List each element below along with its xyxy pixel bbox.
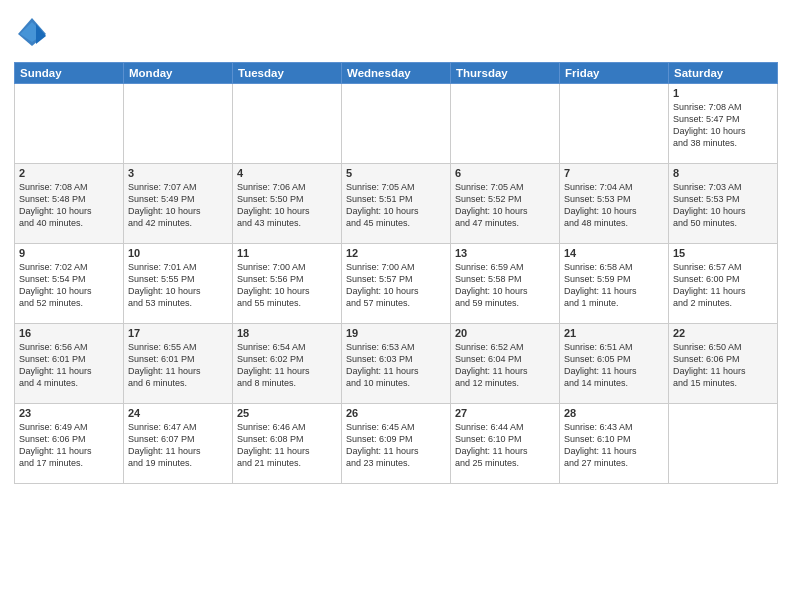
day-cell: 21Sunrise: 6:51 AM Sunset: 6:05 PM Dayli… [560, 324, 669, 404]
day-cell: 7Sunrise: 7:04 AM Sunset: 5:53 PM Daylig… [560, 164, 669, 244]
day-cell: 27Sunrise: 6:44 AM Sunset: 6:10 PM Dayli… [451, 404, 560, 484]
day-info: Sunrise: 7:07 AM Sunset: 5:49 PM Dayligh… [128, 181, 228, 230]
day-number: 16 [19, 327, 119, 339]
day-info: Sunrise: 6:57 AM Sunset: 6:00 PM Dayligh… [673, 261, 773, 310]
week-row-3: 9Sunrise: 7:02 AM Sunset: 5:54 PM Daylig… [15, 244, 778, 324]
day-cell: 9Sunrise: 7:02 AM Sunset: 5:54 PM Daylig… [15, 244, 124, 324]
day-info: Sunrise: 6:46 AM Sunset: 6:08 PM Dayligh… [237, 421, 337, 470]
day-number: 28 [564, 407, 664, 419]
day-info: Sunrise: 7:05 AM Sunset: 5:51 PM Dayligh… [346, 181, 446, 230]
day-cell: 18Sunrise: 6:54 AM Sunset: 6:02 PM Dayli… [233, 324, 342, 404]
day-info: Sunrise: 6:47 AM Sunset: 6:07 PM Dayligh… [128, 421, 228, 470]
day-cell [342, 84, 451, 164]
day-info: Sunrise: 6:51 AM Sunset: 6:05 PM Dayligh… [564, 341, 664, 390]
day-number: 4 [237, 167, 337, 179]
day-number: 6 [455, 167, 555, 179]
col-header-wednesday: Wednesday [342, 63, 451, 84]
day-info: Sunrise: 6:55 AM Sunset: 6:01 PM Dayligh… [128, 341, 228, 390]
calendar: SundayMondayTuesdayWednesdayThursdayFrid… [14, 62, 778, 484]
day-number: 27 [455, 407, 555, 419]
day-number: 12 [346, 247, 446, 259]
day-cell: 20Sunrise: 6:52 AM Sunset: 6:04 PM Dayli… [451, 324, 560, 404]
col-header-saturday: Saturday [669, 63, 778, 84]
day-info: Sunrise: 6:58 AM Sunset: 5:59 PM Dayligh… [564, 261, 664, 310]
day-cell: 17Sunrise: 6:55 AM Sunset: 6:01 PM Dayli… [124, 324, 233, 404]
day-cell: 23Sunrise: 6:49 AM Sunset: 6:06 PM Dayli… [15, 404, 124, 484]
day-number: 7 [564, 167, 664, 179]
day-number: 17 [128, 327, 228, 339]
day-info: Sunrise: 7:05 AM Sunset: 5:52 PM Dayligh… [455, 181, 555, 230]
day-info: Sunrise: 6:54 AM Sunset: 6:02 PM Dayligh… [237, 341, 337, 390]
day-info: Sunrise: 6:44 AM Sunset: 6:10 PM Dayligh… [455, 421, 555, 470]
day-cell [15, 84, 124, 164]
day-number: 15 [673, 247, 773, 259]
day-number: 10 [128, 247, 228, 259]
day-info: Sunrise: 7:08 AM Sunset: 5:47 PM Dayligh… [673, 101, 773, 150]
day-cell: 15Sunrise: 6:57 AM Sunset: 6:00 PM Dayli… [669, 244, 778, 324]
day-cell [124, 84, 233, 164]
day-number: 9 [19, 247, 119, 259]
day-cell [451, 84, 560, 164]
day-number: 23 [19, 407, 119, 419]
day-cell: 1Sunrise: 7:08 AM Sunset: 5:47 PM Daylig… [669, 84, 778, 164]
day-cell: 19Sunrise: 6:53 AM Sunset: 6:03 PM Dayli… [342, 324, 451, 404]
day-number: 2 [19, 167, 119, 179]
day-cell: 16Sunrise: 6:56 AM Sunset: 6:01 PM Dayli… [15, 324, 124, 404]
day-info: Sunrise: 6:53 AM Sunset: 6:03 PM Dayligh… [346, 341, 446, 390]
day-info: Sunrise: 7:00 AM Sunset: 5:57 PM Dayligh… [346, 261, 446, 310]
day-number: 25 [237, 407, 337, 419]
day-cell: 4Sunrise: 7:06 AM Sunset: 5:50 PM Daylig… [233, 164, 342, 244]
day-info: Sunrise: 7:08 AM Sunset: 5:48 PM Dayligh… [19, 181, 119, 230]
day-cell: 28Sunrise: 6:43 AM Sunset: 6:10 PM Dayli… [560, 404, 669, 484]
day-cell: 13Sunrise: 6:59 AM Sunset: 5:58 PM Dayli… [451, 244, 560, 324]
day-cell [669, 404, 778, 484]
day-number: 1 [673, 87, 773, 99]
day-number: 24 [128, 407, 228, 419]
day-info: Sunrise: 7:06 AM Sunset: 5:50 PM Dayligh… [237, 181, 337, 230]
day-info: Sunrise: 6:49 AM Sunset: 6:06 PM Dayligh… [19, 421, 119, 470]
header-row: SundayMondayTuesdayWednesdayThursdayFrid… [15, 63, 778, 84]
day-cell: 5Sunrise: 7:05 AM Sunset: 5:51 PM Daylig… [342, 164, 451, 244]
day-cell: 2Sunrise: 7:08 AM Sunset: 5:48 PM Daylig… [15, 164, 124, 244]
day-cell [560, 84, 669, 164]
logo-icon [14, 14, 50, 54]
day-number: 20 [455, 327, 555, 339]
day-number: 5 [346, 167, 446, 179]
day-cell: 24Sunrise: 6:47 AM Sunset: 6:07 PM Dayli… [124, 404, 233, 484]
day-info: Sunrise: 6:56 AM Sunset: 6:01 PM Dayligh… [19, 341, 119, 390]
day-info: Sunrise: 7:03 AM Sunset: 5:53 PM Dayligh… [673, 181, 773, 230]
day-number: 26 [346, 407, 446, 419]
day-number: 8 [673, 167, 773, 179]
week-row-5: 23Sunrise: 6:49 AM Sunset: 6:06 PM Dayli… [15, 404, 778, 484]
logo [14, 14, 54, 54]
col-header-thursday: Thursday [451, 63, 560, 84]
week-row-4: 16Sunrise: 6:56 AM Sunset: 6:01 PM Dayli… [15, 324, 778, 404]
day-cell: 8Sunrise: 7:03 AM Sunset: 5:53 PM Daylig… [669, 164, 778, 244]
day-number: 3 [128, 167, 228, 179]
day-cell: 26Sunrise: 6:45 AM Sunset: 6:09 PM Dayli… [342, 404, 451, 484]
day-info: Sunrise: 6:50 AM Sunset: 6:06 PM Dayligh… [673, 341, 773, 390]
day-cell: 12Sunrise: 7:00 AM Sunset: 5:57 PM Dayli… [342, 244, 451, 324]
day-number: 13 [455, 247, 555, 259]
header [14, 10, 778, 54]
day-number: 19 [346, 327, 446, 339]
day-number: 14 [564, 247, 664, 259]
day-cell: 6Sunrise: 7:05 AM Sunset: 5:52 PM Daylig… [451, 164, 560, 244]
day-cell: 25Sunrise: 6:46 AM Sunset: 6:08 PM Dayli… [233, 404, 342, 484]
day-info: Sunrise: 7:02 AM Sunset: 5:54 PM Dayligh… [19, 261, 119, 310]
day-info: Sunrise: 6:52 AM Sunset: 6:04 PM Dayligh… [455, 341, 555, 390]
day-info: Sunrise: 7:01 AM Sunset: 5:55 PM Dayligh… [128, 261, 228, 310]
day-number: 21 [564, 327, 664, 339]
day-cell [233, 84, 342, 164]
day-info: Sunrise: 7:04 AM Sunset: 5:53 PM Dayligh… [564, 181, 664, 230]
day-info: Sunrise: 6:43 AM Sunset: 6:10 PM Dayligh… [564, 421, 664, 470]
page: SundayMondayTuesdayWednesdayThursdayFrid… [0, 0, 792, 612]
day-cell: 10Sunrise: 7:01 AM Sunset: 5:55 PM Dayli… [124, 244, 233, 324]
day-number: 22 [673, 327, 773, 339]
day-info: Sunrise: 6:59 AM Sunset: 5:58 PM Dayligh… [455, 261, 555, 310]
day-cell: 11Sunrise: 7:00 AM Sunset: 5:56 PM Dayli… [233, 244, 342, 324]
col-header-friday: Friday [560, 63, 669, 84]
day-cell: 3Sunrise: 7:07 AM Sunset: 5:49 PM Daylig… [124, 164, 233, 244]
day-cell: 14Sunrise: 6:58 AM Sunset: 5:59 PM Dayli… [560, 244, 669, 324]
day-number: 11 [237, 247, 337, 259]
